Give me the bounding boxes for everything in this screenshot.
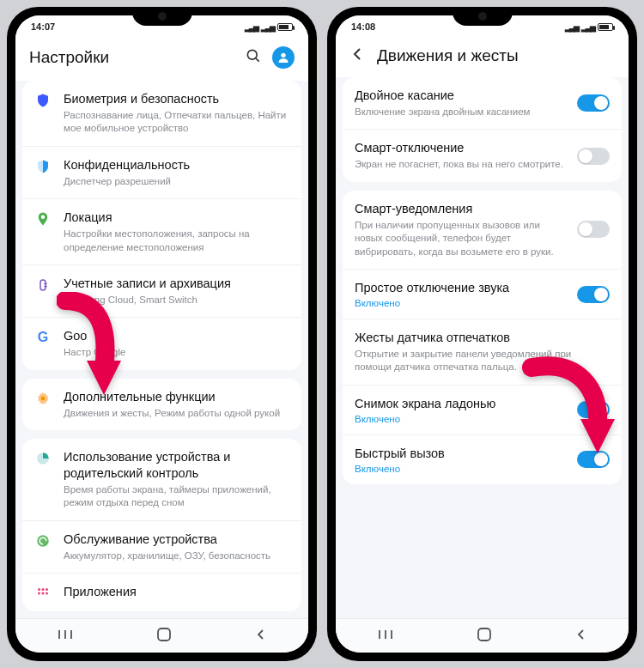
row-title: Быстрый вызов: [355, 446, 565, 462]
row-apps[interactable]: Приложения: [22, 574, 301, 611]
home-button[interactable]: [477, 627, 492, 646]
row-subtitle: Экран не погаснет, пока вы на него смотр…: [355, 158, 565, 172]
row-subtitle: Аккумулятор, хранилище, ОЗУ, безопасност…: [64, 550, 289, 563]
row-title: Использование устройства и родительский …: [64, 449, 289, 482]
row-state: Включено: [355, 414, 565, 424]
page-header: Настройки: [15, 38, 308, 81]
status-indicators: [565, 21, 613, 32]
row-subtitle: Настр Google: [64, 346, 289, 360]
page-title: Настройки: [29, 48, 234, 67]
row-subtitle: Включение экрана двойным касанием: [355, 106, 565, 119]
usage-icon: [34, 449, 52, 466]
clock: 14:08: [351, 21, 375, 32]
signal-icon: [245, 21, 258, 32]
row-subtitle: Samsung Cloud, Smart Switch: [64, 294, 289, 307]
row-privacy[interactable]: Конфиденциальность Диспетчер разрешений: [22, 147, 301, 199]
nav-bar: [15, 618, 308, 653]
content[interactable]: Биометрия и безопасность Распознавание л…: [15, 81, 308, 618]
toggle-switch[interactable]: [577, 148, 610, 165]
apps-icon: [34, 584, 52, 601]
row-palm-screenshot[interactable]: Снимок экрана ладонью Включено: [343, 386, 622, 435]
row-title: Простое отключение звука: [355, 280, 565, 296]
row-device-care[interactable]: Обслуживание устройства Аккумулятор, хра…: [22, 521, 301, 574]
toggle-switch[interactable]: [577, 451, 610, 468]
row-biometrics[interactable]: Биометрия и безопасность Распознавание л…: [22, 81, 301, 147]
row-accounts[interactable]: Учетные записи и архивация Samsung Cloud…: [22, 265, 301, 318]
svg-point-9: [38, 592, 40, 595]
location-icon: [34, 210, 52, 227]
recents-button[interactable]: [57, 629, 74, 644]
row-location[interactable]: Локация Настройки местоположения, запрос…: [22, 199, 301, 265]
phone-left: 14:07 Настройки: [7, 7, 317, 661]
row-advanced[interactable]: Дополнительные функции Движения и жесты,…: [22, 379, 301, 430]
row-title: Смарт-уведомления: [355, 201, 565, 217]
row-title: Goo: [64, 328, 289, 344]
page-title: Движения и жесты: [377, 46, 615, 65]
row-title: Смарт-отключение: [355, 140, 565, 156]
settings-group-security: Биометрия и безопасность Распознавание л…: [22, 81, 301, 370]
toggle-switch[interactable]: [577, 94, 610, 112]
row-subtitle: Настройки местоположения, запросы на опр…: [64, 228, 289, 254]
privacy-icon: [34, 157, 52, 174]
svg-rect-20: [478, 629, 490, 641]
search-icon[interactable]: [245, 47, 262, 68]
svg-line-1: [256, 58, 259, 62]
care-icon: [34, 531, 52, 549]
row-subtitle: При наличии пропущенных вызовов или новы…: [355, 219, 565, 259]
row-subtitle: Время работы экрана, таймеры приложений,…: [64, 483, 289, 510]
advanced-icon: [34, 389, 52, 406]
phone-right: 14:08 Движения и жесты Двойное касание В…: [327, 7, 637, 661]
row-state: Включено: [355, 464, 565, 474]
signal-icon: [261, 21, 274, 32]
toggle-switch[interactable]: [577, 401, 610, 418]
battery-icon: [598, 23, 613, 31]
settings-group-advanced: Дополнительные функции Движения и жесты,…: [22, 379, 301, 430]
row-fingerprint-gestures[interactable]: Жесты датчика отпечатков Открытие и закр…: [343, 319, 622, 386]
shield-icon: [34, 91, 52, 108]
row-usage[interactable]: Использование устройства и родительский …: [22, 439, 301, 521]
row-title: Локация: [64, 210, 289, 226]
home-button[interactable]: [156, 627, 172, 646]
row-direct-call[interactable]: Быстрый вызов Включено: [343, 435, 622, 484]
row-subtitle: Движения и жесты, Режим работы одной рук…: [64, 407, 289, 421]
gestures-group-2: Смарт-уведомления При наличии пропущенны…: [343, 191, 622, 484]
screen-right: 14:08 Движения и жесты Двойное касание В…: [336, 15, 629, 653]
row-subtitle: Открытие и закрытие панели уведомлений п…: [355, 348, 610, 374]
toggle-switch[interactable]: [577, 221, 610, 238]
status-indicators: [245, 21, 293, 32]
row-double-tap[interactable]: Двойное касание Включение экрана двойным…: [343, 77, 622, 130]
row-google[interactable]: G Goo Настр Google: [22, 318, 301, 369]
recents-button[interactable]: [377, 629, 394, 644]
row-title: Биометрия и безопасность: [64, 91, 289, 107]
notch: [453, 7, 513, 26]
gestures-group-1: Двойное касание Включение экрана двойным…: [343, 77, 622, 182]
toggle-switch[interactable]: [577, 286, 610, 303]
svg-point-10: [42, 592, 45, 595]
settings-group-care: Использование устройства и родительский …: [22, 439, 301, 611]
screen-left: 14:07 Настройки: [15, 15, 308, 653]
google-icon: G: [34, 328, 52, 345]
back-button[interactable]: [255, 629, 267, 644]
signal-icon: [581, 21, 594, 32]
row-title: Приложения: [64, 584, 289, 600]
row-smart-stay[interactable]: Смарт-отключение Экран не погаснет, пока…: [343, 130, 622, 181]
row-title: Дополнительные функции: [64, 389, 289, 405]
row-subtitle: Диспетчер разрешений: [64, 175, 289, 189]
clock: 14:07: [31, 21, 55, 32]
svg-point-8: [46, 588, 48, 591]
row-smart-alert[interactable]: Смарт-уведомления При наличии пропущенны…: [343, 191, 622, 270]
back-button[interactable]: [575, 629, 587, 644]
battery-icon: [277, 23, 293, 31]
row-easy-mute[interactable]: Простое отключение звука Включено: [343, 270, 622, 319]
row-state: Включено: [355, 298, 565, 308]
back-icon[interactable]: [349, 46, 367, 65]
row-title: Обслуживание устройства: [64, 531, 289, 548]
svg-point-11: [46, 592, 48, 595]
svg-point-2: [281, 53, 285, 58]
row-title: Двойное касание: [355, 88, 565, 104]
signal-icon: [565, 21, 578, 32]
content[interactable]: Двойное касание Включение экрана двойным…: [336, 77, 629, 618]
svg-point-0: [247, 50, 257, 59]
profile-avatar[interactable]: [272, 46, 295, 69]
notch: [132, 7, 192, 26]
